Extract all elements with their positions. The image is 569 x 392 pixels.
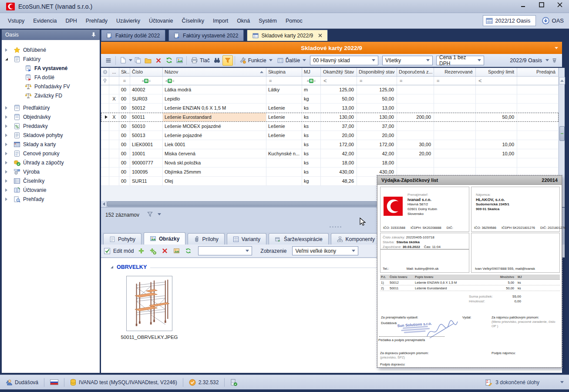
cell-doporucena[interactable]: 30,00 bbox=[397, 140, 434, 149]
cell-nazov[interactable]: Olej bbox=[163, 177, 266, 186]
expander-icon[interactable] bbox=[5, 134, 11, 137]
expander-icon[interactable] bbox=[5, 124, 11, 128]
cell-predajna[interactable] bbox=[517, 149, 559, 158]
expander-icon[interactable] bbox=[5, 161, 11, 164]
menu-item[interactable]: Vstupy bbox=[3, 16, 29, 26]
cell-sklad[interactable]: 00 bbox=[119, 140, 130, 149]
cell-cislo[interactable]: LIEK0001 bbox=[130, 140, 163, 149]
status-tasks[interactable]: 3 dokončené úlohy bbox=[485, 379, 564, 386]
expander-icon[interactable] bbox=[5, 179, 11, 183]
cell-okamzity[interactable]: 48,26 bbox=[321, 177, 357, 186]
status-calculator[interactable] bbox=[230, 379, 237, 386]
filter-cell-rezervovane[interactable]: = bbox=[434, 77, 476, 85]
cell-sklad[interactable]: 00 bbox=[119, 168, 130, 177]
cell-okamzity[interactable]: 37,00 bbox=[321, 122, 357, 131]
cell-nazov[interactable]: Lešenie pojazdné bbox=[163, 131, 266, 140]
cell-okamzity[interactable]: 20,00 bbox=[321, 131, 357, 140]
filter-cell-spodny[interactable]: < bbox=[476, 77, 517, 85]
column-header-okamzity[interactable]: Okamžitý Stav bbox=[321, 68, 357, 76]
cell-mj[interactable]: ks bbox=[302, 168, 321, 177]
cell-okamzity[interactable]: 125,00 bbox=[321, 85, 357, 94]
column-header-doporucena[interactable]: Doporučená z... bbox=[397, 68, 434, 76]
sidebar-item-preddavky[interactable]: Preddavky bbox=[2, 121, 100, 131]
expander-icon[interactable] bbox=[5, 106, 11, 110]
column-header-mj[interactable]: MJ bbox=[302, 68, 321, 76]
filter-cell-mj[interactable]: aBc bbox=[302, 77, 321, 85]
cell-skupina[interactable] bbox=[266, 177, 302, 186]
sidebar-item-uhrady-a-zapocty[interactable]: Úhrady a zápočty bbox=[2, 158, 100, 167]
cell-flag[interactable]: X bbox=[109, 94, 119, 104]
edit-mode-checkbox[interactable] bbox=[104, 248, 110, 254]
column-header-cislo[interactable]: Číslo bbox=[130, 68, 163, 76]
image-tool-button[interactable] bbox=[172, 247, 181, 255]
cell-spodny[interactable] bbox=[476, 158, 517, 168]
cell-spodny[interactable] bbox=[476, 85, 517, 94]
cell-flag[interactable] bbox=[109, 131, 119, 140]
column-header-rezervovane[interactable]: Rezervované bbox=[434, 68, 476, 76]
expander-icon[interactable] bbox=[5, 170, 11, 174]
cell-doporucena[interactable]: 20,00 bbox=[397, 149, 434, 158]
tasks-dropdown-icon[interactable] bbox=[560, 381, 564, 383]
cell-mj[interactable]: ks bbox=[302, 140, 321, 149]
menu-item[interactable]: Prehľady bbox=[81, 16, 112, 26]
vertical-scroll-thumb[interactable] bbox=[559, 126, 565, 141]
cell-skupina[interactable]: Lešenie bbox=[266, 104, 302, 113]
cell-doporucena[interactable] bbox=[397, 104, 434, 113]
dalsie-button[interactable]: Ďalšie bbox=[275, 55, 308, 66]
image-thumbnail[interactable] bbox=[126, 276, 172, 331]
cell-sklad[interactable]: 00 bbox=[119, 177, 130, 186]
cell-nazov[interactable]: Látka modrá bbox=[163, 85, 266, 94]
menu-item[interactable]: DPH bbox=[61, 16, 81, 26]
cell-spodny[interactable] bbox=[476, 94, 517, 104]
cell-skupina[interactable]: Lešenie bbox=[266, 131, 302, 140]
tab-faktury-dosle[interactable]: Faktúry došlé 2022 bbox=[101, 30, 165, 41]
expander-icon[interactable] bbox=[5, 48, 11, 52]
new-record-button[interactable] bbox=[118, 55, 128, 66]
expander-icon[interactable] bbox=[5, 143, 11, 146]
cell-okamzity[interactable]: 18,00 bbox=[321, 158, 357, 168]
cell-spodny[interactable]: 10,00 bbox=[476, 140, 517, 149]
delete-record-button[interactable] bbox=[153, 55, 164, 66]
open-record-button[interactable] bbox=[143, 55, 153, 66]
cell-disponibilny[interactable]: 172,00 bbox=[357, 140, 397, 149]
table-row[interactable]: X 00 50011 Lešenie Eurostandard Lešenie … bbox=[101, 113, 559, 122]
copy-record-button[interactable] bbox=[132, 55, 143, 66]
cell-nazov[interactable]: Miska červená bbox=[163, 149, 266, 158]
tab-komponenty[interactable]: Komponenty bbox=[331, 233, 381, 245]
cell-sklad[interactable]: 00 bbox=[119, 113, 130, 122]
tab-sarze[interactable]: Šarže/exspirácie bbox=[269, 233, 329, 245]
cell-skupina[interactable]: Lešenie bbox=[266, 122, 302, 131]
cell-flag[interactable] bbox=[109, 85, 119, 94]
tab-pohyby[interactable]: Pohyby bbox=[103, 233, 141, 245]
table-row[interactable]: 00 10001 Miska červená Kuchynské n... ks… bbox=[101, 149, 559, 158]
cell-doporucena[interactable] bbox=[397, 94, 434, 104]
warehouse-select[interactable]: 00 Hlavný sklad bbox=[310, 56, 378, 65]
cell-sklad[interactable]: 00 bbox=[119, 104, 130, 113]
cell-flag[interactable] bbox=[109, 104, 119, 113]
cell-cislo[interactable]: 50012 bbox=[130, 104, 163, 113]
table-row[interactable]: 00 90000777 Nová skl.položka ks 18,00 18… bbox=[101, 158, 559, 168]
cell-skupina[interactable] bbox=[266, 168, 302, 177]
cell-okamzity[interactable]: 13,00 bbox=[321, 104, 357, 113]
cell-cislo[interactable]: 50011 bbox=[130, 113, 163, 122]
filter-cell-skupina[interactable]: = bbox=[266, 77, 302, 85]
menu-item[interactable]: Účtovanie bbox=[145, 16, 178, 26]
splitter-handle[interactable] bbox=[330, 226, 341, 228]
group-collapse-icon[interactable] bbox=[111, 266, 113, 268]
cell-sklad[interactable]: 00 bbox=[119, 94, 130, 104]
period-selector[interactable]: 2022/12 Oasis bbox=[483, 15, 536, 26]
cell-sklad[interactable]: 00 bbox=[119, 122, 130, 131]
sidebar-item-objednavky[interactable]: Objednávky bbox=[2, 112, 100, 121]
sidebar-item-fa-dosle[interactable]: FA došlé bbox=[2, 73, 100, 82]
expander-icon[interactable] bbox=[5, 58, 11, 60]
image-group-select[interactable] bbox=[198, 246, 252, 255]
cell-flag[interactable] bbox=[109, 158, 119, 168]
print-button[interactable]: Tlač bbox=[189, 55, 212, 66]
close-tab-icon[interactable] bbox=[318, 34, 322, 37]
cell-nazov[interactable]: Objímka 25mmm bbox=[163, 168, 266, 177]
expander-icon[interactable] bbox=[5, 152, 11, 155]
filter-cell-doporucena[interactable]: = bbox=[397, 77, 434, 85]
cell-disponibilny[interactable]: 130,00 bbox=[357, 113, 397, 122]
sidebar-header[interactable]: Oasis bbox=[2, 30, 100, 40]
cell-sklad[interactable]: 00 bbox=[119, 85, 130, 94]
